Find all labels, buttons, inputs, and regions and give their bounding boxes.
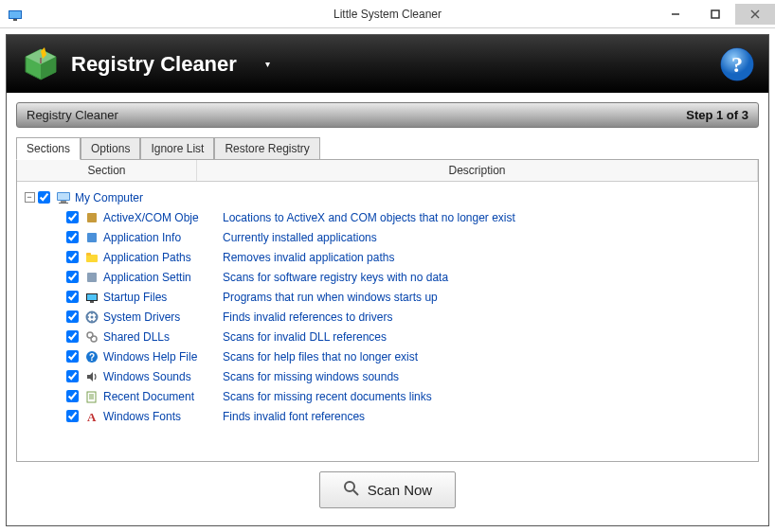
tree-item[interactable]: Application InfoCurrently installed appl…: [21, 227, 754, 247]
column-section[interactable]: Section: [17, 160, 197, 181]
svg-rect-16: [61, 201, 66, 203]
tree-item[interactable]: Windows SoundsScans for missing windows …: [21, 366, 754, 386]
startup-icon: [84, 290, 99, 305]
section-tree: −My ComputerActiveX/COM ObjeLocations to…: [17, 182, 758, 432]
tab-panel: Section Description −My ComputerActiveX/…: [16, 159, 759, 462]
window-title: Little System Cleaner: [333, 8, 442, 21]
item-checkbox[interactable]: [66, 231, 79, 243]
svg-rect-20: [86, 255, 98, 262]
column-description[interactable]: Description: [197, 160, 758, 181]
step-indicator: Step 1 of 3: [686, 108, 748, 122]
svg-rect-21: [86, 253, 91, 256]
svg-rect-10: [40, 58, 42, 63]
section-label: Windows Help File: [103, 350, 217, 364]
scan-now-button[interactable]: Scan Now: [319, 471, 456, 508]
svg-rect-24: [87, 294, 97, 300]
section-label: Windows Fonts: [103, 410, 217, 423]
sounds-icon: [84, 369, 99, 384]
section-label: Startup Files: [103, 291, 217, 304]
window-controls: [656, 4, 775, 25]
tab-options[interactable]: Options: [81, 137, 140, 159]
root-label: My Computer: [75, 191, 143, 204]
tree-item[interactable]: ?Windows Help FileScans for help files t…: [21, 346, 754, 366]
appsettings-icon: [84, 270, 99, 285]
section-description: Scans for invalid DLL references: [217, 330, 387, 344]
footer: Scan Now: [7, 462, 768, 525]
svg-line-43: [353, 490, 358, 495]
item-checkbox[interactable]: [66, 271, 79, 283]
scan-button-label: Scan Now: [368, 482, 432, 498]
header-dropdown-icon[interactable]: ▾: [265, 59, 270, 69]
root-checkbox[interactable]: [38, 191, 50, 204]
svg-rect-22: [87, 273, 97, 282]
item-checkbox[interactable]: [66, 370, 79, 382]
tree-item[interactable]: Shared DLLsScans for invalid DLL referen…: [21, 327, 754, 346]
section-description: Finds invalid font references: [217, 410, 365, 423]
section-description: Removes invalid application paths: [217, 251, 394, 264]
svg-text:?: ?: [89, 352, 95, 363]
help-button[interactable]: ?: [719, 46, 755, 85]
fonts-icon: A: [84, 409, 99, 424]
item-checkbox[interactable]: [66, 410, 79, 422]
collapse-icon[interactable]: −: [25, 192, 35, 203]
close-button[interactable]: [735, 4, 775, 25]
svg-rect-1: [9, 11, 21, 18]
section-description: Scans for missing recent documents links: [217, 390, 432, 403]
tab-restore-registry[interactable]: Restore Registry: [214, 137, 319, 159]
tree-item[interactable]: ActiveX/COM ObjeLocations to ActiveX and…: [21, 207, 754, 227]
section-description: Locations to ActiveX and COM objects tha…: [217, 211, 515, 224]
svg-point-42: [345, 482, 354, 491]
apppaths-icon: [84, 250, 99, 265]
maximize-button[interactable]: [695, 4, 735, 25]
tree-item[interactable]: Application SettinScans for software reg…: [21, 267, 754, 287]
app-icon: [8, 7, 23, 22]
item-checkbox[interactable]: [66, 350, 79, 363]
tree-item[interactable]: Recent DocumentScans for missing recent …: [21, 386, 754, 406]
tree-item[interactable]: AWindows FontsFinds invalid font referen…: [21, 406, 754, 426]
svg-rect-25: [90, 301, 94, 303]
magnifier-icon: [343, 480, 360, 500]
titlebar: Little System Cleaner: [0, 0, 775, 28]
section-label: Application Info: [103, 231, 217, 244]
section-description: Scans for help files that no longer exis…: [217, 350, 418, 364]
step-bar-title: Registry Cleaner: [27, 108, 118, 122]
step-bar: Registry Cleaner Step 1 of 3: [16, 102, 759, 128]
tree-item[interactable]: Application PathsRemoves invalid applica…: [21, 247, 754, 267]
tab-ignore-list[interactable]: Ignore List: [140, 137, 214, 159]
svg-point-27: [91, 315, 94, 318]
appinfo-icon: [84, 230, 99, 245]
item-checkbox[interactable]: [66, 330, 79, 343]
item-checkbox[interactable]: [66, 390, 79, 402]
item-checkbox[interactable]: [66, 310, 79, 323]
section-label: ActiveX/COM Obje: [103, 211, 217, 224]
dlls-icon: [84, 329, 99, 345]
svg-text:A: A: [87, 410, 97, 423]
svg-point-33: [91, 336, 97, 342]
column-headers: Section Description: [17, 160, 758, 182]
minimize-button[interactable]: [656, 4, 695, 25]
drivers-icon: [84, 310, 99, 325]
item-checkbox[interactable]: [66, 251, 79, 263]
svg-marker-36: [87, 372, 93, 381]
svg-rect-17: [59, 203, 68, 204]
tabs: Sections Options Ignore List Restore Reg…: [16, 137, 759, 159]
section-label: Application Paths: [103, 251, 217, 264]
tree-item[interactable]: System DriversFinds invalid references t…: [21, 307, 754, 327]
header-title: Registry Cleaner: [71, 52, 237, 77]
tab-sections[interactable]: Sections: [16, 137, 81, 160]
item-checkbox[interactable]: [66, 211, 79, 223]
activex-icon: [84, 210, 99, 225]
section-label: System Drivers: [103, 310, 217, 324]
item-checkbox[interactable]: [66, 291, 79, 303]
tree-root[interactable]: −My Computer: [21, 187, 754, 207]
section-description: Scans for missing windows sounds: [217, 370, 399, 383]
section-label: Shared DLLs: [103, 330, 217, 344]
svg-text:?: ?: [731, 52, 743, 77]
section-description: Scans for software registry keys with no…: [217, 271, 448, 284]
section-label: Application Settin: [103, 271, 217, 284]
tree-item[interactable]: Startup FilesPrograms that run when wind…: [21, 287, 754, 307]
section-description: Programs that run when windows starts up: [217, 291, 438, 304]
header-band: Registry Cleaner ▾ ?: [7, 35, 768, 93]
computer-icon: [56, 190, 71, 205]
section-label: Windows Sounds: [103, 370, 217, 383]
